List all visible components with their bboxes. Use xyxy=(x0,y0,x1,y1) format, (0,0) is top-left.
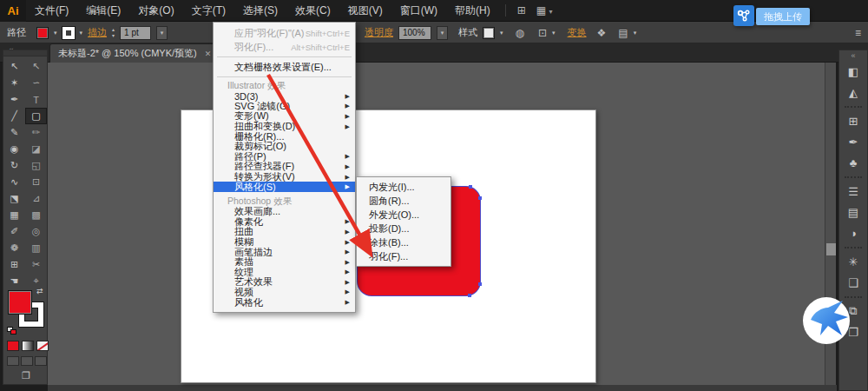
swap-fill-stroke-icon[interactable]: ⇄ xyxy=(36,287,43,295)
none-button[interactable] xyxy=(36,341,49,351)
width-tool[interactable]: ∿ xyxy=(3,174,25,190)
chevron-down-icon[interactable]: ▾ xyxy=(80,30,83,36)
draw-behind-button[interactable] xyxy=(21,356,33,366)
submenu-item-scribble[interactable]: 涂抹(B)... xyxy=(357,235,450,249)
menu-object[interactable]: 对象(O) xyxy=(129,0,182,22)
dock-group-grip[interactable] xyxy=(845,106,862,108)
submenu-item-drop-shadow[interactable]: 投影(D)... xyxy=(357,222,450,235)
lasso-tool[interactable]: ∽ xyxy=(25,75,47,91)
bridge-icon[interactable]: ⊞ xyxy=(512,4,531,17)
thunder-bird-logo-icon[interactable] xyxy=(802,296,851,345)
stroke-weight-field[interactable]: 1 pt xyxy=(120,26,151,40)
selection-tool[interactable]: ↖ xyxy=(3,58,25,75)
close-tab-icon[interactable]: ✕ xyxy=(205,50,212,58)
gradient-button[interactable] xyxy=(22,341,34,351)
fill-indicator[interactable] xyxy=(8,290,32,315)
menu-window[interactable]: 窗口(W) xyxy=(391,0,446,22)
arrange-documents-icon[interactable]: ▦ ▾ xyxy=(531,4,558,17)
tools-panel-grip[interactable] xyxy=(3,50,47,56)
swatches-panel-icon[interactable]: ⊞ xyxy=(842,110,865,131)
hand-tool[interactable]: ☚ xyxy=(3,273,25,289)
pencil-tool[interactable]: ✏ xyxy=(25,124,47,141)
blob-brush-tool[interactable]: ◉ xyxy=(3,141,25,157)
menu-effect[interactable]: 效果(C) xyxy=(286,0,339,22)
color-button[interactable] xyxy=(7,341,19,351)
dock-collapse-icon[interactable]: « xyxy=(851,50,855,61)
color-panel-icon[interactable]: ◧ xyxy=(842,61,865,82)
dock-group-grip[interactable] xyxy=(845,247,862,249)
anchor-point[interactable] xyxy=(468,294,471,297)
submenu-item-inner-glow[interactable]: 内发光(I)... xyxy=(357,180,450,194)
anchor-point[interactable] xyxy=(478,282,482,286)
style-swatch[interactable] xyxy=(483,27,495,39)
shape-builder-tool[interactable]: ⬔ xyxy=(3,190,25,207)
eraser-tool[interactable]: ◪ xyxy=(25,141,47,157)
menu-help[interactable]: 帮助(H) xyxy=(446,0,499,22)
anchor-point[interactable] xyxy=(478,196,482,200)
rectangle-tool[interactable]: ▢ xyxy=(25,108,47,124)
stroke-weight-dropdown[interactable]: ▾ xyxy=(156,26,168,40)
rotate-tool[interactable]: ↻ xyxy=(3,157,25,174)
stroke-color-swatch[interactable] xyxy=(62,27,75,39)
anchor-point[interactable] xyxy=(469,185,472,189)
mesh-tool[interactable]: ▦ xyxy=(3,207,25,223)
more-options-icon[interactable]: ▤ xyxy=(618,27,628,39)
slice-tool[interactable]: ✂ xyxy=(25,256,47,273)
document-tab[interactable]: 未标题-2* @ 150% (CMYK/预览) ✕ xyxy=(49,43,220,63)
graph-tool[interactable]: ▥ xyxy=(25,240,47,256)
recolor-artwork-icon[interactable]: ⊡ xyxy=(538,27,547,39)
horizontal-scrollbar[interactable] xyxy=(48,385,837,391)
stepper-up-icon[interactable]: ▴ xyxy=(112,27,115,33)
gradient-tool[interactable]: ▩ xyxy=(25,207,47,223)
stroke-panel-icon[interactable]: ☰ xyxy=(842,181,865,202)
align-icon[interactable]: ❖ xyxy=(597,27,607,39)
type-tool[interactable]: T xyxy=(25,91,47,108)
pen-tool[interactable]: ✒ xyxy=(3,91,25,108)
color-guide-panel-icon[interactable]: ◭ xyxy=(842,82,865,103)
chevron-down-icon[interactable]: ▾ xyxy=(500,30,503,36)
menu-item-stylize[interactable]: 风格化(S)▶ xyxy=(214,182,355,192)
menu-edit[interactable]: 编辑(E) xyxy=(77,0,129,22)
perspective-grid-tool[interactable]: ⊿ xyxy=(25,190,47,207)
line-segment-tool[interactable]: ╱ xyxy=(3,108,25,124)
drag-upload-overlay[interactable]: 拖拽上传 xyxy=(733,5,810,26)
symbol-sprayer-tool[interactable]: ❁ xyxy=(3,240,25,256)
stepper-down-icon[interactable]: ▾ xyxy=(112,33,115,39)
transparency-panel-icon[interactable]: ◑ xyxy=(842,222,865,243)
stroke-weight-stepper[interactable]: ▴▾ xyxy=(112,27,115,39)
menu-view[interactable]: 视图(V) xyxy=(339,0,391,22)
gradient-panel-icon[interactable]: ▤ xyxy=(842,202,865,222)
direct-selection-tool[interactable]: ↖ xyxy=(25,58,47,75)
chevron-down-icon[interactable]: ▾ xyxy=(552,30,556,36)
artboard-tool[interactable]: ⊞ xyxy=(3,256,25,273)
dock-group-grip[interactable] xyxy=(845,176,862,178)
fill-color-swatch[interactable] xyxy=(36,27,49,39)
document-setup-icon[interactable]: ◍ xyxy=(516,27,524,39)
graphic-styles-panel-icon[interactable]: ❑ xyxy=(842,272,865,293)
screen-mode-button[interactable]: ❐ xyxy=(3,370,49,381)
submenu-item-feather[interactable]: 羽化(F)... xyxy=(357,249,450,263)
opacity-dropdown[interactable]: ▾ xyxy=(437,26,448,40)
opacity-field[interactable]: 100% xyxy=(398,26,431,40)
stroke-panel-link[interactable]: 描边 xyxy=(88,26,107,39)
scale-tool[interactable]: ◱ xyxy=(25,157,47,174)
menu-item-document-raster-settings[interactable]: 文档栅格效果设置(E)... xyxy=(214,60,355,74)
draw-normal-button[interactable] xyxy=(7,356,19,366)
menu-file[interactable]: 文件(F) xyxy=(26,0,77,22)
menu-item-ps-stylize[interactable]: 风格化▶ xyxy=(214,297,355,308)
eyedropper-tool[interactable]: ✐ xyxy=(3,223,25,240)
appearance-panel-icon[interactable]: ✳ xyxy=(842,251,865,272)
menu-type[interactable]: 文字(T) xyxy=(183,0,234,22)
magic-wand-tool[interactable]: ✶ xyxy=(3,75,25,91)
scrollbar-thumb[interactable] xyxy=(826,243,836,255)
free-transform-tool[interactable]: ⊡ xyxy=(25,174,47,190)
panel-toggle-icon[interactable]: ≡ xyxy=(855,27,861,39)
chevron-down-icon[interactable]: ▾ xyxy=(634,30,637,36)
brushes-panel-icon[interactable]: ✒ xyxy=(842,131,865,152)
default-fill-stroke-icon[interactable] xyxy=(7,327,17,335)
transform-link[interactable]: 变换 xyxy=(568,26,587,39)
paintbrush-tool[interactable]: ✎ xyxy=(3,124,25,141)
blend-tool[interactable]: ◎ xyxy=(25,223,47,240)
draw-inside-button[interactable] xyxy=(35,356,47,366)
chevron-down-icon[interactable]: ▾ xyxy=(54,30,57,36)
